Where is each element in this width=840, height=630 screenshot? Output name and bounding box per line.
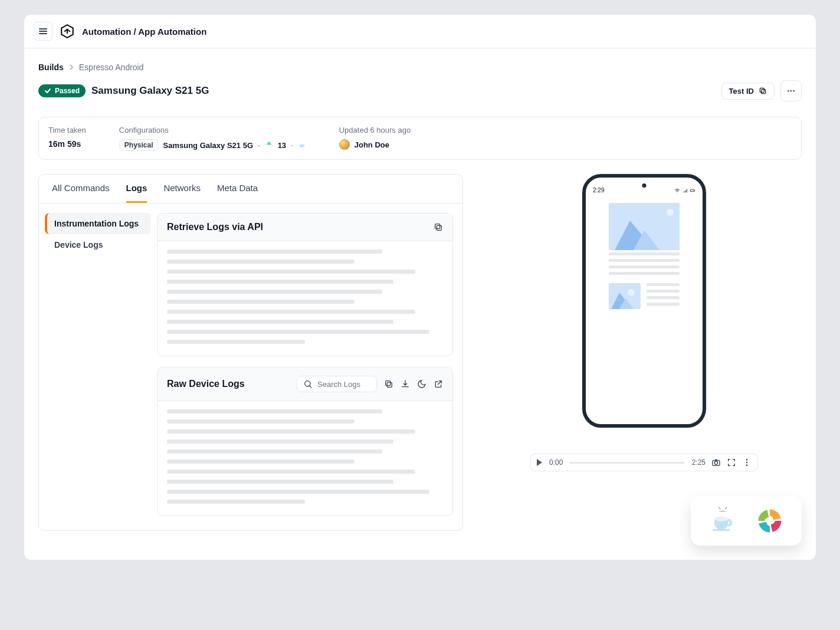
- page-top: Builds Espresso Android Passed Samsung G…: [24, 48, 816, 106]
- wifi-icon: [674, 188, 680, 193]
- chevron-right-icon: [68, 64, 74, 70]
- video-player: 0:00 2:25: [530, 454, 758, 471]
- search-icon: [303, 379, 313, 389]
- app-header: Automation / App Automation: [24, 15, 816, 48]
- header-title: Automation / App Automation: [82, 27, 206, 37]
- signal-icon: [682, 188, 688, 193]
- swirl-icon: [754, 506, 785, 536]
- search-logs-field-wrap[interactable]: [297, 376, 377, 392]
- svg-rect-11: [435, 224, 440, 229]
- svg-rect-17: [694, 190, 695, 191]
- svg-point-23: [720, 509, 721, 511]
- device-time: 2:29: [593, 187, 604, 193]
- config-chip-physical: Physical: [119, 139, 159, 151]
- time-taken-value: 16m 59s: [48, 139, 86, 149]
- moon-icon[interactable]: [417, 379, 426, 389]
- copy-icon[interactable]: [384, 379, 393, 389]
- play-button[interactable]: [537, 459, 542, 466]
- updated-block: Updated 6 hours ago John Doe: [339, 126, 411, 151]
- svg-point-12: [305, 381, 310, 386]
- player-track[interactable]: [570, 462, 684, 464]
- breadcrumb-root[interactable]: Builds: [38, 63, 64, 72]
- more-vertical-icon[interactable]: [742, 458, 752, 467]
- svg-rect-15: [386, 381, 391, 386]
- status-label: Passed: [55, 87, 80, 95]
- text-placeholder: [609, 252, 680, 275]
- svg-line-8: [270, 142, 270, 143]
- menu-button[interactable]: [34, 22, 52, 41]
- device-statusbar: 2:29: [593, 187, 695, 193]
- tab-logs[interactable]: Logs: [126, 183, 147, 203]
- sidenav-device-logs[interactable]: Device Logs: [45, 234, 151, 255]
- external-link-icon[interactable]: [434, 379, 443, 389]
- fullscreen-icon[interactable]: [727, 458, 736, 467]
- log-placeholder-body: [158, 401, 452, 516]
- panel-body: Instrumentation Logs Device Logs Retriev…: [39, 204, 462, 530]
- log-cards: Retrieve Logs via API: [157, 204, 462, 530]
- platform-icons-card: [691, 496, 802, 546]
- sidenav-instrumentation-logs[interactable]: Instrumentation Logs: [45, 213, 151, 234]
- image-placeholder: [609, 283, 641, 309]
- svg-rect-1: [760, 88, 764, 92]
- app-shell: Automation / App Automation Builds Espre…: [24, 14, 816, 560]
- copy-icon: [759, 87, 767, 95]
- time-taken-label: Time taken: [48, 126, 86, 134]
- svg-point-27: [714, 517, 728, 521]
- log-card-retrieve-api: Retrieve Logs via API: [157, 213, 453, 356]
- log-card-raw-device: Raw Device Logs: [157, 367, 453, 516]
- body: All Commands Logs Networks Meta Data Ins…: [24, 160, 816, 560]
- svg-point-3: [790, 90, 792, 92]
- svg-point-6: [270, 143, 270, 144]
- tab-meta-data[interactable]: Meta Data: [217, 183, 258, 203]
- tab-networks[interactable]: Networks: [163, 183, 201, 203]
- device-content: [593, 203, 695, 309]
- config-os-version: 13: [278, 141, 286, 150]
- search-logs-input[interactable]: [317, 380, 370, 389]
- svg-point-4: [793, 90, 795, 92]
- more-horizontal-icon: [786, 86, 796, 96]
- user-name: John Doe: [355, 140, 389, 149]
- copy-icon[interactable]: [434, 222, 443, 232]
- test-id-button[interactable]: Test ID: [721, 83, 775, 100]
- updated-label: Updated 6 hours ago: [339, 126, 411, 134]
- svg-rect-28: [713, 529, 730, 531]
- check-icon: [44, 87, 51, 94]
- svg-rect-0: [762, 90, 766, 94]
- image-placeholder: [609, 203, 680, 250]
- svg-point-2: [788, 90, 789, 92]
- test-id-label: Test ID: [729, 87, 754, 96]
- download-icon[interactable]: [401, 379, 410, 389]
- svg-point-22: [746, 464, 748, 466]
- device-column: 2:29: [487, 174, 802, 546]
- text-placeholder: [647, 283, 680, 309]
- time-taken-block: Time taken 16m 59s: [48, 126, 86, 151]
- info-bar: Time taken 16m 59s Configurations Physic…: [38, 117, 802, 160]
- menu-icon: [39, 28, 47, 34]
- more-button[interactable]: [780, 80, 802, 101]
- svg-point-21: [746, 462, 748, 464]
- svg-rect-10: [437, 225, 441, 230]
- logs-panel: All Commands Logs Networks Meta Data Ins…: [38, 174, 463, 531]
- svg-line-7: [267, 142, 268, 143]
- svg-point-20: [746, 459, 748, 461]
- svg-point-9: [300, 144, 304, 145]
- camera-icon[interactable]: [711, 458, 721, 467]
- breadcrumb: Builds Espresso Android: [38, 63, 802, 72]
- side-nav: Instrumentation Logs Device Logs: [39, 204, 157, 530]
- device-preview: 2:29: [582, 174, 706, 428]
- svg-point-24: [724, 509, 726, 511]
- player-duration: 2:25: [692, 458, 706, 467]
- player-current-time: 0:00: [549, 458, 563, 467]
- espresso-icon: [707, 506, 738, 536]
- breadcrumb-leaf: Espresso Android: [79, 63, 144, 72]
- page-title: Samsung Galaxy S21 5G: [91, 85, 209, 97]
- avatar: [339, 139, 350, 150]
- android-icon: [265, 141, 273, 149]
- configurations-block: Configurations Physical Samsung Galaxy S…: [119, 126, 306, 151]
- tab-all-commands[interactable]: All Commands: [52, 183, 110, 203]
- svg-line-25: [718, 507, 720, 510]
- log-card-title: Raw Device Logs: [167, 379, 245, 389]
- title-row: Passed Samsung Galaxy S21 5G Test ID: [38, 80, 802, 101]
- svg-line-26: [725, 507, 727, 510]
- log-card-title: Retrieve Logs via API: [167, 222, 263, 232]
